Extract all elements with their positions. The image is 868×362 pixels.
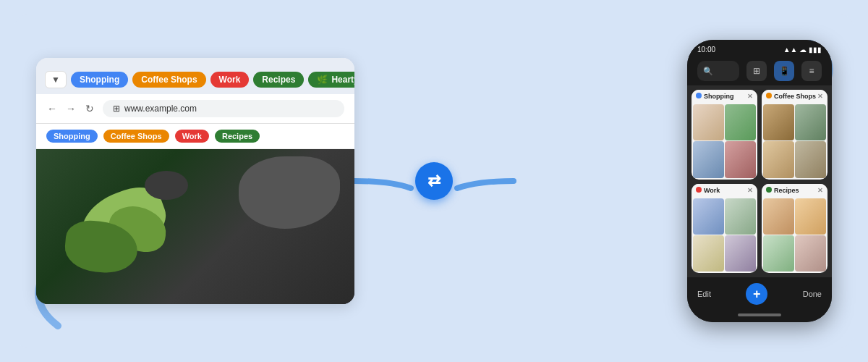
sync-arrows-icon: ⇄ (427, 173, 441, 189)
phone-status-icons: ▲▲ ☁ ▮▮▮ (783, 46, 822, 54)
phone-work-label: Work (704, 187, 720, 194)
phone-recipes-thumbs (762, 197, 827, 274)
phone-add-button[interactable]: + (746, 283, 767, 305)
home-bar (738, 313, 781, 316)
url-field[interactable]: ⊞ www.example.com (103, 100, 344, 117)
refresh-button[interactable]: ↻ (84, 103, 95, 114)
chevron-down-icon: ▼ (51, 75, 60, 85)
tab-shopping[interactable]: Shopping (71, 72, 128, 88)
tab-group-coffee[interactable]: Coffee Shops (103, 130, 169, 143)
phone-edit-button[interactable]: Edit (697, 290, 711, 298)
tab-group-shopping[interactable]: Shopping (46, 130, 98, 143)
phone-time: 10:00 (697, 46, 715, 54)
phone-groups-button[interactable]: ⊞ (746, 61, 767, 81)
search-icon: 🔍 (703, 67, 713, 76)
main-container: ▼ Shopping Coffee Shops Work Recipes 🌿 H… (14, 14, 854, 348)
tab-group-work[interactable]: Work (175, 130, 209, 143)
phone-tab-group-coffee[interactable]: Coffee Shops ✕ (762, 90, 827, 180)
browser-tab-bar: ▼ Shopping Coffee Shops Work Recipes 🌿 H… (36, 58, 354, 94)
thumb-work-4 (725, 235, 756, 272)
thumb-recipes-4 (795, 235, 826, 272)
thumb-shopping-2 (725, 104, 756, 140)
thumb-recipes-3 (763, 235, 794, 272)
tab-recipes[interactable]: Recipes (253, 72, 304, 88)
phone-home-indicator (687, 313, 832, 322)
phone-tab-group-recipes-header: Recipes ✕ (762, 184, 827, 197)
phone-recipes-close[interactable]: ✕ (817, 187, 823, 194)
thumb-shopping-4 (725, 141, 756, 177)
back-button[interactable]: ← (46, 103, 58, 114)
browser-address-bar: ← → ↻ ⊞ www.example.com (36, 94, 354, 124)
phone-tab-grid: Shopping ✕ Coffee Shops ✕ (687, 85, 832, 277)
phone-done-button[interactable]: Done (803, 290, 822, 298)
thumb-shopping-3 (693, 141, 724, 177)
sync-button[interactable]: ⇄ (415, 162, 453, 200)
thumb-work-1 (693, 198, 724, 235)
browser-content-area (36, 149, 354, 304)
thumb-shopping-1 (693, 104, 724, 140)
phone-mock: 10:00 ▲▲ ☁ ▮▮▮ 🔍 ⊞ 📱 ≡ Shopping ✕ (687, 40, 832, 322)
url-text: www.example.com (124, 104, 197, 114)
phone-tab-group-recipes[interactable]: Recipes ✕ (762, 184, 827, 274)
phone-search[interactable]: 🔍 (697, 61, 739, 81)
thumb-coffee-4 (795, 141, 826, 177)
phone-tab-group-coffee-header: Coffee Shops ✕ (762, 90, 827, 103)
thumb-recipes-2 (795, 198, 826, 235)
phone-shopping-thumbs (692, 103, 757, 180)
phone-work-close[interactable]: ✕ (747, 187, 753, 194)
thumb-coffee-3 (763, 141, 794, 177)
phone-tab-group-work-header: Work ✕ (692, 184, 757, 197)
thumb-work-2 (725, 198, 756, 235)
tab-coffee-shops[interactable]: Coffee Shops (132, 72, 205, 88)
food-decoration-5 (239, 156, 340, 229)
tab-group-recipes[interactable]: Recipes (215, 130, 260, 143)
phone-work-thumbs (692, 197, 757, 274)
phone-coffee-label: Coffee Shops (774, 93, 816, 100)
phone-coffee-close[interactable]: ✕ (817, 93, 823, 100)
thumb-coffee-1 (763, 104, 794, 140)
forward-button[interactable]: → (65, 103, 77, 114)
phone-status-bar: 10:00 ▲▲ ☁ ▮▮▮ (687, 40, 832, 56)
phone-tab-group-shopping-header: Shopping ✕ (692, 90, 757, 103)
thumb-work-3 (693, 235, 724, 272)
thumb-recipes-1 (763, 198, 794, 235)
phone-tabs-button[interactable]: 📱 (774, 61, 794, 81)
leaf-icon: 🌿 (317, 75, 328, 85)
phone-bottom-bar: Edit + Done (687, 277, 832, 313)
phone-recipes-label: Recipes (774, 187, 799, 194)
phone-coffee-thumbs (762, 103, 827, 180)
food-image (36, 149, 354, 304)
tab-dropdown[interactable]: ▼ (45, 71, 67, 88)
phone-shopping-close[interactable]: ✕ (747, 93, 753, 100)
phone-bookmarks-button[interactable]: ≡ (801, 61, 822, 81)
food-decoration-4 (145, 171, 188, 200)
phone-tab-group-shopping[interactable]: Shopping ✕ (692, 90, 757, 180)
tab-groups-bar: Shopping Coffee Shops Work Recipes (36, 124, 354, 149)
tab-work[interactable]: Work (210, 72, 250, 88)
tab-group-icon: ⊞ (113, 104, 120, 114)
phone-shopping-label: Shopping (704, 93, 734, 100)
phone-tab-group-work[interactable]: Work ✕ (692, 184, 757, 274)
tab-hearty-herb[interactable]: 🌿 Hearty Herb (308, 72, 354, 88)
hearty-herb-label: Hearty Herb (331, 75, 354, 85)
thumb-coffee-2 (795, 104, 826, 140)
desktop-browser-mock: ▼ Shopping Coffee Shops Work Recipes 🌿 H… (36, 58, 354, 304)
phone-toolbar: 🔍 ⊞ 📱 ≡ (687, 56, 832, 85)
